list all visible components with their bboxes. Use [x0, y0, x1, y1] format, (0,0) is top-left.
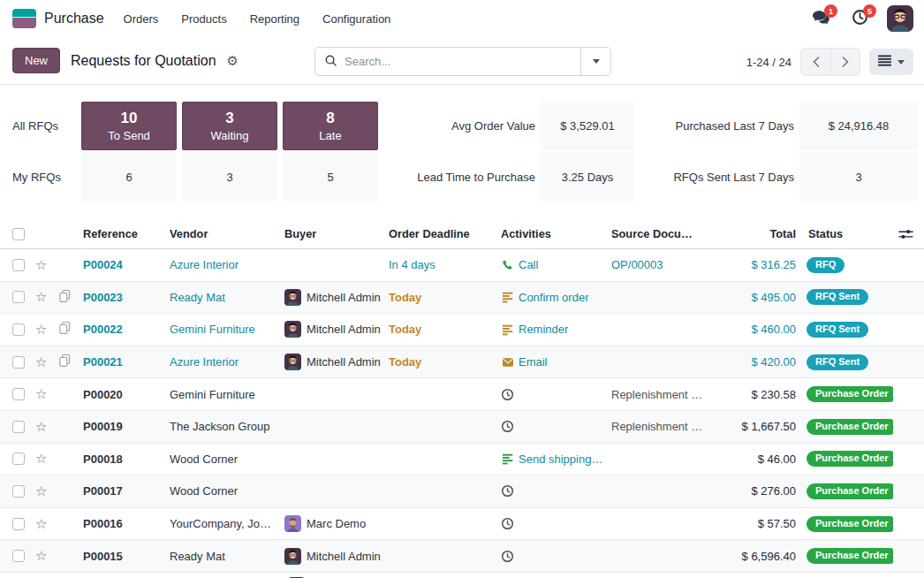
table-row[interactable]: ☆ P00021 Azure Interior Mitchell Admin T…: [0, 346, 924, 379]
column-header-source-document[interactable]: Source Docu…: [611, 227, 716, 240]
order-deadline[interactable]: Today: [389, 355, 501, 369]
rfq-reference[interactable]: P00017: [83, 484, 170, 498]
row-checkbox[interactable]: [12, 388, 25, 400]
table-row[interactable]: ☆ P00015 Ready Mat Mitchell Admin $: [0, 540, 924, 573]
new-button[interactable]: New: [12, 48, 60, 73]
order-deadline[interactable]: In 4 days: [389, 258, 501, 271]
favorite-star-icon[interactable]: ☆: [35, 289, 58, 305]
vendor-name[interactable]: Wood Corner: [170, 453, 284, 466]
table-row[interactable]: ☆ P00022 Gemini Furniture Mitchell Admin…: [0, 314, 924, 346]
activity-cell[interactable]: Send shipping…: [501, 453, 611, 466]
vendor-name[interactable]: Azure Interior: [170, 258, 284, 271]
menu-reporting[interactable]: Reporting: [250, 12, 299, 26]
buyer-cell[interactable]: Mitchell Admin: [284, 321, 389, 338]
column-header-order-deadline[interactable]: Order Deadline: [389, 227, 501, 240]
app-name[interactable]: Purchase: [44, 11, 104, 27]
rfq-reference[interactable]: P00021: [83, 355, 170, 369]
messages-button[interactable]: 1: [809, 8, 832, 29]
activities-button[interactable]: 5: [848, 8, 871, 29]
vendor-name[interactable]: The Jackson Group: [170, 420, 284, 433]
row-checkbox[interactable]: [12, 518, 25, 530]
gear-icon[interactable]: ⚙: [227, 54, 239, 67]
favorite-star-icon[interactable]: ☆: [35, 322, 58, 338]
search-dropdown-toggle[interactable]: [580, 48, 610, 75]
rfq-reference[interactable]: P00024: [83, 258, 170, 271]
vendor-name[interactable]: Azure Interior: [170, 355, 284, 369]
favorite-star-icon[interactable]: ☆: [35, 386, 58, 402]
favorite-star-icon[interactable]: ☆: [35, 516, 58, 532]
favorite-star-icon[interactable]: ☆: [35, 419, 58, 435]
table-row[interactable]: ☆ P00023 Ready Mat Mitchell Admin Today …: [0, 282, 924, 315]
kpi-to-send-button[interactable]: 10 To Send: [81, 102, 177, 150]
rfq-reference[interactable]: P00016: [83, 517, 170, 530]
vendor-name[interactable]: Ready Mat: [170, 291, 284, 304]
table-row[interactable]: ☆ P00024 Azure Interior In 4 days Call: [0, 249, 924, 282]
row-checkbox[interactable]: [12, 421, 25, 433]
activity-cell[interactable]: Email: [501, 355, 611, 369]
favorite-star-icon[interactable]: ☆: [35, 548, 58, 564]
table-row[interactable]: ☆ P00017 Wood Corner $ 276.00 Pu: [0, 475, 924, 508]
activity-cell[interactable]: [501, 388, 611, 401]
activity-cell[interactable]: [501, 517, 611, 530]
buyer-cell[interactable]: Marc Demo: [284, 515, 389, 532]
order-deadline[interactable]: Today: [389, 291, 501, 304]
rfq-reference[interactable]: P00020: [83, 388, 170, 401]
purchase-app-icon[interactable]: [12, 9, 36, 28]
row-checkbox[interactable]: [12, 291, 25, 303]
pager-next-button[interactable]: [830, 49, 860, 75]
activity-cell[interactable]: Call: [501, 258, 611, 271]
order-deadline[interactable]: Today: [389, 323, 501, 336]
vendor-name[interactable]: Gemini Furniture: [170, 323, 284, 336]
menu-orders[interactable]: Orders: [124, 12, 159, 26]
column-header-total[interactable]: Total: [716, 227, 801, 240]
rfq-reference[interactable]: P00019: [83, 420, 170, 433]
buyer-cell[interactable]: Mitchell Admin: [284, 354, 389, 370]
column-header-activities[interactable]: Activities: [501, 227, 611, 240]
activity-cell[interactable]: [501, 420, 611, 433]
my-to-send-count[interactable]: 6: [81, 152, 177, 202]
menu-configuration[interactable]: Configuration: [322, 12, 390, 26]
vendor-name[interactable]: Ready Mat: [170, 550, 284, 563]
table-row[interactable]: ☆ P00016 YourCompany, Jo… Marc Demo: [0, 508, 924, 541]
source-document[interactable]: OP/00003: [611, 258, 716, 271]
favorite-star-icon[interactable]: ☆: [35, 257, 58, 273]
my-late-count[interactable]: 5: [283, 152, 378, 202]
column-header-status[interactable]: Status: [801, 227, 893, 240]
search-input[interactable]: [345, 55, 572, 68]
activity-cell[interactable]: Reminder: [501, 323, 611, 336]
vendor-name[interactable]: YourCompany, Jo…: [170, 517, 284, 530]
buyer-cell[interactable]: Mitchell Admin: [284, 548, 389, 565]
my-waiting-count[interactable]: 3: [182, 152, 277, 202]
row-checkbox[interactable]: [12, 550, 25, 562]
column-header-buyer[interactable]: Buyer: [284, 227, 389, 240]
row-checkbox[interactable]: [12, 259, 25, 271]
user-avatar[interactable]: [887, 5, 913, 32]
favorite-star-icon[interactable]: ☆: [35, 354, 58, 370]
row-checkbox[interactable]: [12, 485, 25, 498]
row-checkbox[interactable]: [12, 323, 25, 336]
table-row[interactable]: ☆ P00019 The Jackson Group Replenishm: [0, 411, 924, 444]
adjust-columns-icon[interactable]: [893, 229, 924, 240]
activity-cell[interactable]: Confirm order: [501, 291, 611, 304]
vendor-name[interactable]: Wood Corner: [170, 484, 284, 498]
source-document[interactable]: Replenishment R…: [611, 420, 716, 433]
activity-cell[interactable]: [501, 550, 611, 563]
row-checkbox[interactable]: [12, 453, 25, 465]
activity-cell[interactable]: [501, 484, 611, 498]
column-header-vendor[interactable]: Vendor: [170, 227, 284, 240]
kpi-waiting-button[interactable]: 3 Waiting: [182, 102, 277, 150]
favorite-star-icon[interactable]: ☆: [35, 483, 58, 499]
menu-products[interactable]: Products: [181, 12, 226, 26]
rfq-reference[interactable]: P00015: [83, 550, 170, 563]
table-row[interactable]: ☆ P00020 Gemini Furniture Replenishme: [0, 378, 924, 411]
rfq-reference[interactable]: P00022: [83, 323, 170, 336]
rfq-reference[interactable]: P00023: [83, 291, 170, 304]
pager-previous-button[interactable]: [801, 49, 830, 75]
vendor-name[interactable]: Gemini Furniture: [170, 388, 284, 401]
select-all-checkbox[interactable]: [12, 228, 25, 240]
app-brand[interactable]: Purchase: [12, 9, 104, 28]
row-checkbox[interactable]: [12, 356, 25, 369]
source-document[interactable]: Replenishment R…: [611, 388, 716, 401]
favorite-star-icon[interactable]: ☆: [35, 451, 58, 467]
table-row[interactable]: ☆ P00018 Wood Corner Send shipping…: [0, 444, 924, 476]
